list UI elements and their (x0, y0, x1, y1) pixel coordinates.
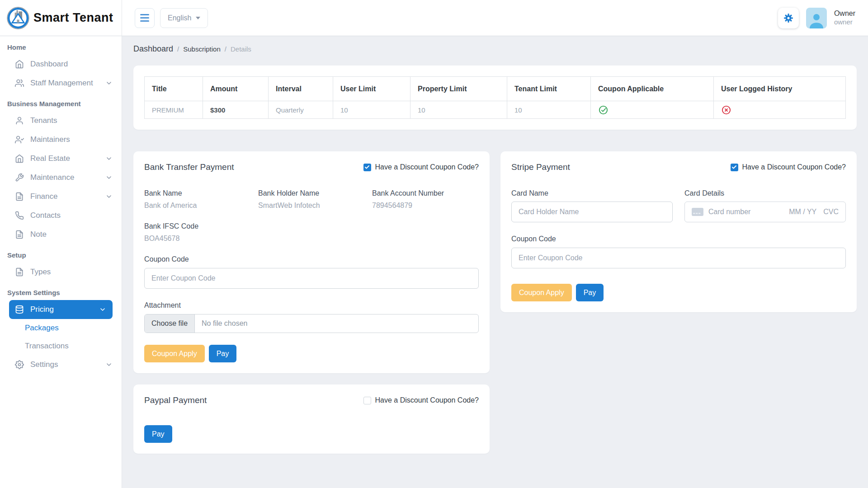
breadcrumb-subscription[interactable]: Subscription (183, 45, 221, 53)
table-header-row: Title Amount Interval User Limit Propert… (145, 77, 846, 101)
stripe-title: Stripe Payment (511, 162, 570, 172)
col-property-limit: Property Limit (410, 77, 507, 101)
bank-name-field: Bank Name Bank of America (144, 189, 251, 210)
card-cvc-placeholder[interactable]: CVC (823, 208, 839, 216)
language-dropdown[interactable]: English (160, 8, 208, 28)
person-icon (807, 10, 826, 28)
cell-property-limit: 10 (410, 101, 507, 119)
pay-button[interactable]: Pay (144, 425, 172, 443)
checkbox-checked-icon[interactable] (731, 164, 738, 171)
sidebar-item-label: Staff Management (30, 79, 93, 88)
coupon-apply-button[interactable]: Coupon Apply (511, 284, 572, 301)
bank-transfer-card: Bank Transfer Payment Have a Discount Co… (133, 151, 490, 373)
sidebar-item-real-estate[interactable]: Real Estate (0, 149, 122, 168)
language-label: English (168, 14, 191, 22)
avatar[interactable] (806, 8, 827, 28)
sidebar-item-staff-management[interactable]: Staff Management (0, 74, 122, 93)
database-icon (15, 305, 24, 314)
stripe-discount-coupon-toggle[interactable]: Have a Discount Coupon Code? (731, 163, 846, 171)
chevron-down-icon (105, 80, 113, 87)
coupon-apply-button[interactable]: Coupon Apply (144, 345, 205, 362)
home-icon (15, 60, 24, 69)
sidebar-item-label: Finance (30, 192, 57, 201)
gear-icon (783, 13, 794, 23)
stripe-coupon-code-input[interactable] (511, 248, 846, 268)
credit-card-icon (692, 208, 703, 216)
settings-button[interactable] (778, 8, 799, 28)
bank-coupon-code-input[interactable] (144, 268, 479, 289)
card-expiry-placeholder[interactable]: MM / YY (789, 208, 816, 216)
discount-coupon-label: Have a Discount Coupon Code? (742, 163, 846, 171)
sidebar-item-label: Dashboard (30, 60, 68, 69)
col-amount: Amount (203, 77, 269, 101)
file-icon (15, 267, 24, 277)
card-name-field: Card Name (511, 189, 673, 222)
bank-discount-coupon-toggle[interactable]: Have a Discount Coupon Code? (363, 163, 479, 171)
topbar: English Owner owner (122, 0, 868, 36)
sidebar-item-settings[interactable]: Settings (0, 355, 122, 374)
field-label: Bank Account Number (372, 189, 479, 197)
breadcrumb: Dashboard / Subscription / Details (133, 44, 857, 54)
col-user-logged-history: User Logged History (714, 77, 846, 101)
sidebar-item-note[interactable]: Note (0, 225, 122, 244)
user-meta: Owner owner (834, 9, 855, 27)
sidebar-subitem-transactions[interactable]: Transactions (0, 337, 122, 355)
sidebar-item-tenants[interactable]: Tenants (0, 111, 122, 130)
check-circle-icon (598, 105, 609, 115)
pay-button[interactable]: Pay (576, 284, 604, 301)
cell-tenant-limit: 10 (507, 101, 591, 119)
sidebar-item-maintainers[interactable]: Maintainers (0, 130, 122, 149)
chevron-down-icon (105, 193, 113, 200)
breadcrumb-dashboard[interactable]: Dashboard (133, 44, 173, 54)
file-icon (15, 230, 24, 239)
card-name-label: Card Name (511, 189, 673, 197)
users-icon (15, 79, 24, 88)
main-content: Dashboard / Subscription / Details Title… (122, 0, 868, 454)
chevron-down-icon (105, 361, 113, 368)
pay-button[interactable]: Pay (209, 345, 237, 362)
brand[interactable]: Smart Tenant (0, 0, 122, 36)
cell-interval: Quarterly (269, 101, 333, 119)
sidebar-item-finance[interactable]: Finance (0, 187, 122, 206)
cell-coupon-applicable (591, 101, 714, 119)
phone-icon (15, 211, 24, 220)
sidebar-item-maintenance[interactable]: Maintenance (0, 168, 122, 187)
user-name: Owner (834, 9, 855, 18)
field-value: SmartWeb Infotech (258, 202, 365, 210)
paypal-discount-coupon-toggle[interactable]: Have a Discount Coupon Code? (363, 396, 479, 404)
sidebar-item-dashboard[interactable]: Dashboard (0, 55, 122, 74)
bank-account-number-field: Bank Account Number 7894564879 (372, 189, 479, 210)
card-holder-name-input[interactable] (511, 202, 673, 222)
cell-user-logged-history (714, 101, 846, 119)
bank-holder-name-field: Bank Holder Name SmartWeb Infotech (258, 189, 365, 210)
card-number-placeholder[interactable]: Card number (708, 208, 750, 216)
breadcrumb-separator: / (225, 45, 226, 53)
brand-name: Smart Tenant (33, 11, 113, 25)
chevron-down-icon (105, 155, 113, 162)
sidebar-item-label: Note (30, 230, 47, 239)
sidebar-item-label: Maintenance (30, 173, 74, 182)
col-interval: Interval (269, 77, 333, 101)
discount-coupon-label: Have a Discount Coupon Code? (375, 163, 479, 171)
sidebar-section-system-settings: System Settings (0, 282, 122, 300)
attachment-file-input[interactable]: Choose file No file chosen (144, 314, 479, 333)
field-label: Bank IFSC Code (144, 222, 251, 230)
sidebar-toggle-button[interactable] (135, 8, 155, 28)
choose-file-button[interactable]: Choose file (145, 314, 195, 333)
col-title: Title (145, 77, 203, 101)
brand-logo-icon (6, 6, 30, 30)
person-icon (15, 116, 24, 125)
sidebar-subitem-packages[interactable]: Packages (0, 319, 122, 337)
sidebar-item-types[interactable]: Types (0, 263, 122, 282)
cell-user-limit: 10 (333, 101, 410, 119)
checkbox-unchecked-icon[interactable] (363, 397, 371, 404)
stripe-card: Stripe Payment Have a Discount Coupon Co… (500, 151, 857, 312)
checkbox-checked-icon[interactable] (363, 164, 371, 171)
table-row: PREMIUM $300 Quarterly 10 10 10 (145, 101, 846, 119)
sidebar-item-label: Real Estate (30, 154, 70, 163)
sidebar-item-pricing[interactable]: Pricing (9, 300, 113, 319)
card-details-input[interactable]: Card number MM / YY CVC (684, 202, 846, 222)
sidebar-item-contacts[interactable]: Contacts (0, 206, 122, 225)
sidebar-item-label: Pricing (30, 305, 54, 314)
hamburger-icon (140, 14, 149, 22)
